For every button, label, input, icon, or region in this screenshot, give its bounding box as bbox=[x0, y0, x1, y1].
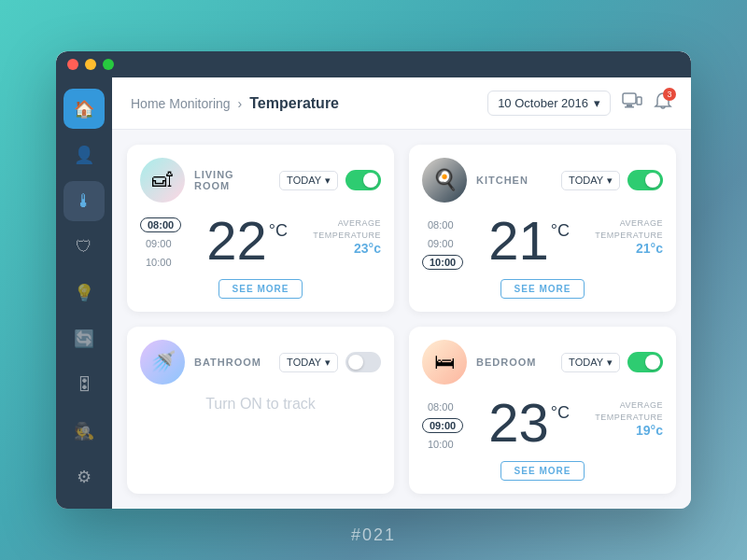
bedroom-time-0[interactable]: 08:00 bbox=[422, 399, 463, 414]
bedroom-toggle[interactable] bbox=[627, 352, 663, 372]
kitchen-avg: AVERAGETEMPERATURE 21°c bbox=[595, 217, 663, 256]
kitchen-chevron: ▾ bbox=[607, 175, 613, 187]
kitchen-time-1[interactable]: 09:00 bbox=[422, 236, 463, 251]
living-room-temp: 22 bbox=[206, 214, 267, 268]
date-label: 10 October 2016 bbox=[498, 96, 588, 110]
bedroom-avg: AVERAGETEMPERATURE 19°c bbox=[595, 399, 663, 438]
bedroom-body: 08:00 09:00 10:00 23 °C AVERAGETEMPERATU… bbox=[422, 396, 663, 452]
footer-label: #021 bbox=[351, 525, 396, 545]
notification-icon[interactable]: 3 bbox=[654, 91, 672, 115]
living-room-dropdown[interactable]: TODAY ▾ bbox=[279, 171, 338, 190]
controls-icon: 🎛 bbox=[76, 375, 92, 395]
kitchen-temp-display: 21 °C bbox=[463, 214, 595, 268]
date-dropdown[interactable]: 10 October 2016 ▾ bbox=[487, 91, 611, 116]
svg-rect-1 bbox=[627, 105, 632, 106]
sidebar-item-controls[interactable]: 🎛 bbox=[63, 365, 105, 405]
living-room-header: 🛋 LIVING ROOM TODAY ▾ bbox=[140, 158, 381, 203]
bedroom-temp-display: 23 °C bbox=[463, 396, 595, 450]
living-room-temp-display: 22 °C bbox=[181, 214, 313, 268]
thermometer-icon: 🌡 bbox=[75, 190, 93, 212]
living-room-chevron: ▾ bbox=[325, 175, 331, 187]
bedroom-card: 🛏 BEDROOM TODAY ▾ 08:0 bbox=[409, 327, 676, 494]
kitchen-avg-value: 21°c bbox=[636, 241, 663, 256]
bedroom-see-more[interactable]: SEE MORE bbox=[500, 461, 585, 481]
sidebar-item-user[interactable]: 👤 bbox=[63, 134, 105, 175]
living-room-avg-label: AVERAGETEMPERATURE bbox=[313, 217, 381, 241]
kitchen-title: KITCHEN bbox=[476, 175, 529, 186]
living-room-time-2[interactable]: 10:00 bbox=[140, 255, 181, 270]
bedroom-header: 🛏 BEDROOM TODAY ▾ bbox=[422, 340, 663, 385]
sidebar-item-settings[interactable]: ⚙ bbox=[63, 457, 105, 497]
bathroom-header: 🚿 BATHROOM TODAY ▾ bbox=[140, 340, 381, 385]
bathroom-inactive: Turn ON to track bbox=[140, 396, 381, 413]
kitchen-see-more[interactable]: SEE MORE bbox=[500, 279, 585, 299]
header: Home Monitoring › Temperature 10 October… bbox=[112, 77, 691, 130]
sidebar-item-temperature[interactable]: 🌡 bbox=[63, 181, 105, 221]
loop-icon: 🔄 bbox=[74, 329, 94, 349]
breadcrumb: Home Monitoring › Temperature bbox=[131, 95, 339, 112]
kitchen-controls: TODAY ▾ bbox=[561, 170, 663, 190]
devices-icon[interactable] bbox=[622, 92, 642, 114]
breadcrumb-current: Temperature bbox=[249, 95, 339, 112]
bedroom-time-1[interactable]: 09:00 bbox=[422, 418, 463, 433]
bedroom-dropdown[interactable]: TODAY ▾ bbox=[561, 353, 620, 372]
sidebar-item-profile[interactable]: 🕵 bbox=[63, 411, 105, 451]
kitchen-period: TODAY bbox=[569, 175, 603, 186]
sidebar-item-security[interactable]: 🛡 bbox=[63, 227, 105, 267]
kitchen-time-2[interactable]: 10:00 bbox=[422, 255, 463, 270]
kitchen-toggle[interactable] bbox=[627, 170, 663, 190]
header-right: 10 October 2016 ▾ bbox=[487, 91, 672, 116]
main-layout: 🏠 👤 🌡 🛡 💡 🔄 🎛 🕵 bbox=[56, 77, 691, 509]
breadcrumb-base: Home Monitoring bbox=[131, 96, 231, 111]
living-room-time-1[interactable]: 09:00 bbox=[140, 236, 181, 251]
living-room-photo: 🛋 bbox=[140, 158, 185, 203]
user-icon: 👤 bbox=[74, 145, 94, 165]
living-room-controls: TODAY ▾ bbox=[279, 170, 381, 190]
living-room-avg-value: 23°c bbox=[354, 241, 381, 256]
kitchen-dropdown[interactable]: TODAY ▾ bbox=[561, 171, 620, 190]
bathroom-period: TODAY bbox=[287, 357, 321, 368]
bathroom-card: 🚿 BATHROOM TODAY ▾ Turn ON to track bbox=[127, 327, 394, 494]
living-room-card: 🛋 LIVING ROOM TODAY ▾ bbox=[127, 145, 394, 312]
bedroom-time-2[interactable]: 10:00 bbox=[422, 437, 463, 452]
sidebar-item-lights[interactable]: 💡 bbox=[63, 273, 105, 313]
bathroom-dropdown[interactable]: TODAY ▾ bbox=[279, 353, 338, 372]
sidebar-item-automation[interactable]: 🔄 bbox=[63, 319, 105, 359]
breadcrumb-separator: › bbox=[238, 96, 243, 111]
living-room-toggle[interactable] bbox=[345, 170, 381, 190]
kitchen-time-0[interactable]: 08:00 bbox=[422, 217, 463, 232]
kitchen-avg-label: AVERAGETEMPERATURE bbox=[595, 217, 663, 241]
bedroom-chevron: ▾ bbox=[607, 357, 613, 369]
living-room-unit: °C bbox=[269, 221, 288, 241]
profile-icon: 🕵 bbox=[74, 421, 94, 441]
svg-rect-2 bbox=[625, 106, 634, 108]
living-room-body: 08:00 09:00 10:00 22 °C AVERAGETEMPERATU… bbox=[140, 214, 381, 270]
svg-rect-0 bbox=[623, 93, 636, 104]
close-dot[interactable] bbox=[67, 59, 78, 70]
living-room-time-0[interactable]: 08:00 bbox=[140, 217, 181, 232]
shield-icon: 🛡 bbox=[76, 237, 92, 257]
minimize-dot[interactable] bbox=[85, 59, 96, 70]
bedroom-avg-value: 19°c bbox=[636, 423, 663, 438]
date-chevron: ▾ bbox=[594, 96, 600, 110]
bedroom-unit: °C bbox=[551, 403, 570, 423]
bedroom-period: TODAY bbox=[569, 357, 603, 368]
sidebar-item-home[interactable]: 🏠 bbox=[63, 89, 105, 129]
living-room-see-more[interactable]: SEE MORE bbox=[218, 279, 303, 299]
svg-rect-3 bbox=[637, 97, 641, 105]
kitchen-header: 🍳 KITCHEN TODAY ▾ bbox=[422, 158, 663, 203]
living-room-avg: AVERAGETEMPERATURE 23°c bbox=[313, 217, 381, 256]
kitchen-times: 08:00 09:00 10:00 bbox=[422, 217, 463, 270]
maximize-dot[interactable] bbox=[103, 59, 114, 70]
kitchen-unit: °C bbox=[551, 221, 570, 241]
settings-icon: ⚙ bbox=[77, 467, 92, 487]
bathroom-toggle[interactable] bbox=[345, 352, 381, 372]
sidebar: 🏠 👤 🌡 🛡 💡 🔄 🎛 🕵 bbox=[56, 77, 112, 509]
bedroom-avg-label: AVERAGETEMPERATURE bbox=[595, 399, 663, 423]
bedroom-photo: 🛏 bbox=[422, 340, 467, 385]
title-bar bbox=[56, 51, 691, 77]
bedroom-title: BEDROOM bbox=[476, 357, 536, 368]
bathroom-controls: TODAY ▾ bbox=[279, 352, 381, 372]
kitchen-body: 08:00 09:00 10:00 21 °C AVERAGETEMPERATU… bbox=[422, 214, 663, 270]
bathroom-body: Turn ON to track bbox=[140, 396, 381, 481]
